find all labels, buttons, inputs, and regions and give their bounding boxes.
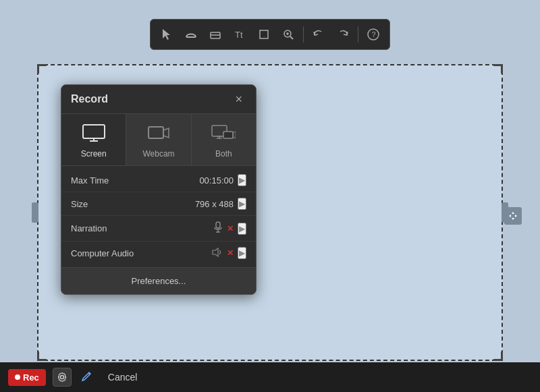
settings-section: Max Time 00:15:00 ▶ Size 796 x 488 ▶ Nar… [61,166,256,267]
mode-screen-label: Screen [81,149,107,159]
screen-icon [82,123,106,145]
settings-gear-button[interactable] [53,368,72,387]
speaker-icon [212,248,223,259]
corner-handle-tl [37,64,47,74]
bottom-bar: Rec Cancel [0,362,540,392]
mode-webcam-label: Webcam [142,149,174,159]
narration-mute-indicator: ✕ [227,224,234,233]
mode-selector: Screen Webcam [61,113,256,166]
svg-rect-4 [260,30,268,38]
mode-both-label: Both [215,149,232,159]
mode-screen-button[interactable]: Screen [61,114,126,165]
computer-audio-label: Computer Audio [71,248,134,258]
webcam-icon [146,123,171,145]
size-value: 796 x 488 [195,199,234,209]
toolbar-separator-1 [303,26,304,43]
max-time-expand-button[interactable]: ▶ [238,174,246,186]
narration-expand-button[interactable]: ▶ [238,223,246,235]
computer-audio-row: Computer Audio ✕ ▶ [61,242,256,264]
rec-dot-icon [15,374,20,380]
dialog-close-button[interactable]: × [231,92,246,107]
both-icon [211,123,236,145]
redo-tool-button[interactable] [332,24,354,45]
svg-rect-15 [148,127,163,138]
size-row: Size 796 x 488 ▶ [61,192,256,216]
zoom-tool-button[interactable] [277,24,299,45]
eraser-tool-button[interactable] [205,24,226,45]
size-label: Size [71,199,88,209]
crop-tool-button[interactable] [253,24,275,45]
preferences-button[interactable]: Preferences... [61,267,256,294]
narration-mic-icon [213,221,223,235]
main-toolbar: Tt ? [150,19,390,50]
mode-webcam-button[interactable]: Webcam [126,114,191,165]
svg-rect-11 [83,125,105,138]
narration-row: Narration ✕ ▶ [61,216,256,242]
help-button[interactable]: ? [362,24,384,45]
corner-handle-br [493,352,503,361]
narration-value-group: ✕ ▶ [213,221,246,235]
cancel-button[interactable]: Cancel [103,369,143,385]
svg-rect-21 [216,222,220,228]
resize-handle-left[interactable] [32,202,38,223]
computer-audio-value-group: ✕ ▶ [212,247,246,259]
dialog-tail [149,294,163,295]
svg-line-6 [290,36,293,39]
svg-text:?: ? [372,30,376,38]
corner-handle-bl [37,352,47,361]
max-time-value: 00:15:00 [199,175,234,186]
text-tool-button[interactable]: Tt [229,24,250,45]
size-value-group: 796 x 488 ▶ [195,198,246,210]
dialog-title: Record [71,93,108,105]
max-time-value-group: 00:15:00 ▶ [199,174,246,186]
max-time-row: Max Time 00:15:00 ▶ [61,169,256,192]
computer-audio-mute-indicator: ✕ [227,248,234,258]
record-dialog: Record × Screen We [61,84,256,295]
svg-point-25 [60,376,63,379]
pencil-button[interactable] [78,367,96,387]
svg-rect-20 [223,132,233,138]
corner-handle-tr [493,64,503,74]
narration-label: Narration [71,223,107,233]
size-expand-button[interactable]: ▶ [238,198,246,210]
svg-text:Tt: Tt [235,30,243,40]
undo-tool-button[interactable] [308,24,329,45]
select-tool-button[interactable] [156,24,178,45]
mode-both-button[interactable]: Both [192,114,256,165]
highlight-tool-button[interactable] [180,24,202,45]
dialog-titlebar: Record × [61,85,256,113]
toolbar-separator-2 [358,26,358,43]
computer-audio-expand-button[interactable]: ▶ [238,247,246,259]
max-time-label: Max Time [71,175,109,186]
svg-marker-24 [213,248,218,256]
rec-label: Rec [23,372,39,383]
move-handle[interactable] [504,207,522,225]
record-button[interactable]: Rec [8,369,46,386]
